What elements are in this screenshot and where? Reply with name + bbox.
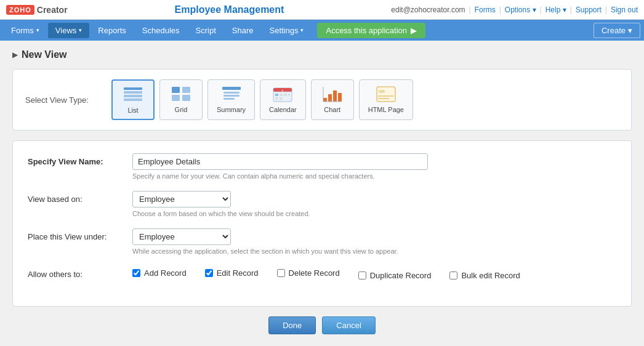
view-name-hint: Specify a name for your view. Can contai…: [132, 172, 616, 180]
calendar-label: Calendar: [269, 106, 297, 113]
html-icon: </>: [375, 85, 397, 103]
duplicate-record-checkbox-item[interactable]: Duplicate Record: [358, 271, 432, 280]
chart-label: Chart: [324, 106, 340, 113]
svg-rect-0: [124, 87, 142, 90]
calendar-icon: 1: [272, 85, 294, 103]
nav-share[interactable]: Share: [225, 23, 261, 38]
view-name-row: Specify View Name: Specify a name for yo…: [28, 153, 616, 180]
edit-record-checkbox[interactable]: [205, 269, 213, 277]
bulk-edit-label: Bulk edit Record: [461, 271, 520, 280]
app-title: Employee Management: [175, 4, 284, 15]
svg-rect-23: [328, 94, 332, 102]
main-content: ▶ New View Select View Type: Li: [0, 41, 644, 346]
svg-rect-5: [182, 87, 190, 93]
view-type-grid[interactable]: Grid: [159, 79, 203, 120]
nav-script[interactable]: Script: [188, 23, 223, 38]
svg-rect-20: [275, 97, 278, 100]
view-based-on-field: Employee Choose a form based on which th…: [132, 191, 616, 217]
svg-rect-8: [222, 87, 241, 90]
view-based-on-hint: Choose a form based on which the view sh…: [132, 210, 616, 217]
separator: |: [469, 6, 471, 14]
bulk-edit-checkbox[interactable]: [449, 272, 457, 280]
view-type-card: Select View Type: List: [12, 69, 632, 131]
edit-record-checkbox-item[interactable]: Edit Record: [205, 266, 259, 280]
allow-others-field: Add Record Edit Record Delete Record Dup…: [132, 266, 616, 280]
svg-rect-4: [172, 87, 180, 93]
forms-arrow: ▾: [36, 27, 39, 33]
chart-icon: [321, 85, 344, 103]
place-view-select[interactable]: Employee: [132, 228, 231, 245]
bulk-edit-checkbox-item[interactable]: Bulk edit Record: [449, 271, 520, 280]
view-name-label: Specify View Name:: [28, 153, 132, 166]
delete-record-checkbox-item[interactable]: Delete Record: [277, 266, 340, 280]
create-arrow-icon: ▾: [628, 26, 632, 35]
form-card: Specify View Name: Specify a name for yo…: [12, 140, 632, 307]
allow-others-label: Allow others to:: [28, 266, 132, 279]
summary-label: Summary: [217, 106, 246, 113]
access-btn-label: Access this application: [326, 26, 407, 35]
settings-arrow: ▾: [300, 27, 304, 33]
done-button[interactable]: Done: [268, 316, 316, 334]
signout-link[interactable]: Sign out: [611, 6, 638, 14]
create-button[interactable]: Create ▾: [594, 23, 640, 38]
duplicate-record-label: Duplicate Record: [370, 271, 432, 280]
svg-rect-2: [124, 95, 142, 97]
nav-settings[interactable]: Settings ▾: [262, 23, 311, 38]
options-link[interactable]: Options ▾: [505, 6, 536, 14]
checkbox-group: Add Record Edit Record Delete Record Dup…: [132, 266, 616, 280]
access-application-button[interactable]: Access this application ▶: [317, 23, 425, 38]
svg-rect-16: [275, 94, 278, 96]
home-link[interactable]: Forms: [475, 6, 496, 14]
summary-icon: [220, 85, 243, 103]
place-view-field: Employee While accessing the application…: [132, 228, 616, 255]
top-bar: ZOHO Creator Employee Management edit@zo…: [0, 0, 644, 20]
top-bar-left: ZOHO Creator: [6, 5, 68, 15]
select-view-type-label: Select View Type:: [25, 95, 99, 105]
svg-rect-7: [182, 95, 190, 101]
grid-icon: [170, 85, 192, 103]
new-view-title: New View: [22, 49, 67, 60]
edit-record-label: Edit Record: [217, 268, 259, 278]
svg-rect-22: [323, 98, 327, 102]
place-view-hint: While accessing the application, select …: [132, 247, 616, 255]
sep4: |: [570, 6, 572, 14]
place-view-label: Place this View under:: [28, 228, 132, 241]
svg-rect-11: [223, 98, 235, 100]
play-icon: ▶: [411, 26, 417, 35]
zoho-creator-text: Creator: [37, 5, 68, 15]
nav-bar: Forms ▾ Views ▾ Reports Schedules Script…: [0, 20, 644, 41]
view-name-input[interactable]: [132, 153, 428, 170]
nav-forms[interactable]: Forms ▾: [4, 23, 47, 38]
view-type-summary[interactable]: Summary: [207, 79, 255, 120]
create-btn-label: Create: [602, 26, 626, 35]
support-link[interactable]: Support: [576, 6, 602, 14]
help-link[interactable]: Help ▾: [545, 6, 566, 14]
zoho-logo: ZOHO Creator: [6, 5, 68, 15]
allow-others-row: Allow others to: Add Record Edit Record …: [28, 266, 616, 280]
add-record-checkbox-item[interactable]: Add Record: [132, 266, 187, 280]
view-name-field: Specify a name for your view. Can contai…: [132, 153, 616, 180]
list-icon: [122, 86, 144, 104]
nav-reports[interactable]: Reports: [91, 23, 134, 38]
view-type-calendar[interactable]: 1 Calendar: [260, 79, 306, 120]
cancel-button[interactable]: Cancel: [322, 316, 375, 334]
svg-rect-30: [378, 95, 394, 97]
add-record-checkbox[interactable]: [132, 269, 140, 277]
view-based-on-label: View based on:: [28, 191, 132, 204]
view-type-html[interactable]: </> HTML Page: [359, 79, 413, 120]
nav-schedules[interactable]: Schedules: [135, 23, 187, 38]
view-type-list[interactable]: List: [111, 79, 155, 120]
svg-rect-19: [288, 94, 290, 96]
delete-record-checkbox[interactable]: [277, 269, 285, 277]
sep5: |: [605, 6, 607, 14]
top-bar-right: edit@zohocreator.com | Forms | Options ▾…: [391, 6, 638, 14]
view-type-chart[interactable]: Chart: [311, 79, 354, 120]
svg-rect-31: [378, 98, 389, 99]
view-based-on-select[interactable]: Employee: [132, 191, 231, 207]
sep3: |: [540, 6, 542, 14]
new-view-header: ▶ New View: [12, 49, 632, 60]
views-arrow: ▾: [79, 27, 82, 33]
select-view-type-row: Select View Type: List: [25, 79, 619, 120]
nav-views[interactable]: Views ▾: [48, 23, 89, 38]
duplicate-record-checkbox[interactable]: [358, 272, 366, 280]
